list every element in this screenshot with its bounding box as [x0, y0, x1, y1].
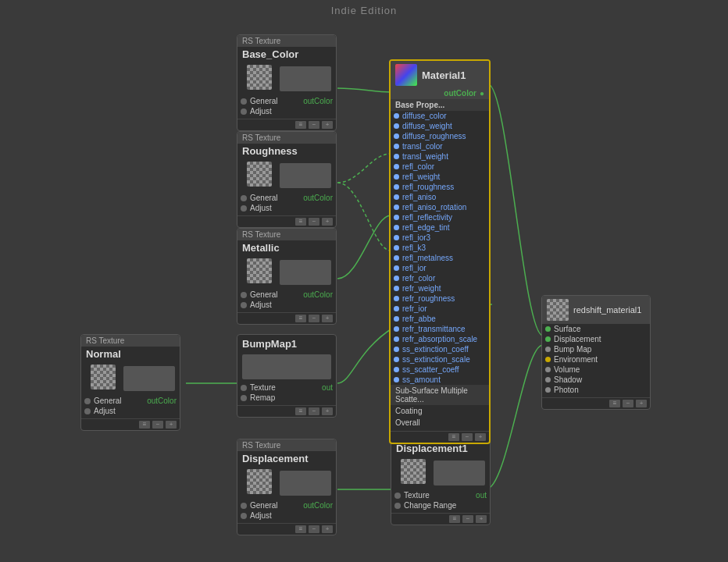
material1-port-refr-color[interactable]: refr_color	[391, 273, 489, 283]
metallic-btn1[interactable]: ≡	[295, 315, 306, 322]
displacement-tex-footer: ≡ − +	[237, 523, 336, 535]
displacement1-btn2[interactable]: −	[462, 515, 473, 523]
material1-port-ss-amount[interactable]: ss_amount	[391, 375, 489, 385]
material1-port-refl-roughness[interactable]: refl_roughness	[391, 182, 489, 192]
rs-mat-volume-dot	[545, 367, 551, 372]
rs-mat-surface-port[interactable]: Surface	[542, 324, 650, 334]
roughness-footer: ≡ − +	[237, 215, 336, 227]
rs-mat-bump-dot	[545, 347, 551, 352]
metallic-footer: ≡ − +	[237, 312, 336, 324]
material1-port-diffuse-color[interactable]: diffuse_color	[391, 111, 489, 121]
material1-port-refr-weight[interactable]: refr_weight	[391, 283, 489, 293]
material1-port-transl-weight[interactable]: transl_weight	[391, 151, 489, 162]
material1-port-refl-ior3[interactable]: refl_ior3	[391, 233, 489, 243]
normal-adjust-row: Adjust	[81, 406, 180, 416]
roughness-general-row: General outColor	[237, 193, 336, 203]
material1-port-refr-ior[interactable]: refr_ior	[391, 304, 489, 314]
displacement-tex-btn2[interactable]: −	[309, 525, 319, 533]
material1-port-refl-edge-tint[interactable]: refl_edge_tint	[391, 222, 489, 233]
normal-btn1[interactable]: ≡	[139, 421, 150, 429]
redshift-material1-node: redshift_material1 Surface Displacement …	[541, 295, 651, 410]
displacement-tex-btn1[interactable]: ≡	[295, 525, 306, 533]
rs-mat-shadow-port[interactable]: Shadow	[542, 375, 650, 385]
material1-port-ss-extinction-coeff[interactable]: ss_extinction_coeff	[391, 344, 489, 354]
normal-btn2[interactable]: −	[152, 421, 163, 429]
metallic-btn3[interactable]: +	[322, 315, 333, 322]
bumpmap1-remap-row: Remap	[237, 393, 336, 403]
bumpmap1-remap-port	[241, 395, 247, 401]
roughness-btn3[interactable]: +	[322, 218, 333, 226]
base-color-footer: ≡ − +	[237, 119, 336, 130]
material1-out-port[interactable]: outColor	[444, 89, 476, 98]
rs-mat-volume-port[interactable]: Volume	[542, 365, 650, 375]
material1-port-refl-aniso[interactable]: refl_aniso	[391, 192, 489, 202]
normal-footer: ≡ − +	[81, 418, 180, 430]
material1-port-ss-extinction-scale[interactable]: ss_extinction_scale	[391, 354, 489, 365]
rs-mat-btn1[interactable]: ≡	[609, 400, 620, 407]
material1-port-diffuse-roughness[interactable]: diffuse_roughness	[391, 131, 489, 141]
normal-node: RS Texture Normal General outColor Adjus…	[80, 334, 180, 431]
roughness-out-port[interactable]: outColor	[303, 194, 333, 202]
material1-port-refl-weight[interactable]: refl_weight	[391, 172, 489, 182]
bumpmap1-btn1[interactable]: ≡	[295, 407, 306, 415]
displacement1-node: Displacement1 Texture out Change Range ≡…	[391, 439, 491, 525]
material1-port-refl-reflectivity[interactable]: refl_reflectivity	[391, 212, 489, 222]
material1-port-refr-roughness[interactable]: refr_roughness	[391, 293, 489, 304]
material1-port-refl-ior[interactable]: refl_ior	[391, 263, 489, 273]
material1-btn3[interactable]: +	[475, 433, 486, 441]
bumpmap1-texture-row: Texture out	[237, 382, 336, 393]
material1-port-diffuse-weight[interactable]: diffuse_weight	[391, 121, 489, 131]
displacement1-out-port[interactable]: out	[476, 491, 487, 500]
metallic-general-row: General outColor	[237, 290, 336, 300]
roughness-btn1[interactable]: ≡	[295, 218, 306, 226]
material1-port-refr-abbe[interactable]: refr_abbe	[391, 314, 489, 324]
material1-port-refl-metalness[interactable]: refl_metalness	[391, 253, 489, 263]
material1-port-refl-aniso-rotation[interactable]: refl_aniso_rotation	[391, 202, 489, 212]
rs-mat-btn2[interactable]: −	[623, 400, 633, 407]
metallic-adjust-row: Adjust	[237, 300, 336, 310]
displacement-tex-node: RS Texture Displacement General outColor…	[237, 439, 337, 535]
bumpmap1-out-port[interactable]: out	[322, 383, 333, 392]
metallic-out-port[interactable]: outColor	[303, 290, 333, 299]
rs-mat-btn3[interactable]: +	[636, 400, 647, 407]
base-color-btn2[interactable]: −	[309, 121, 319, 129]
material1-btn1[interactable]: ≡	[448, 433, 459, 441]
base-color-node: RS Texture Base_Color General outColor A…	[237, 34, 337, 131]
bumpmap1-btn3[interactable]: +	[322, 407, 333, 415]
base-color-out-port[interactable]: outColor	[303, 97, 333, 105]
material1-port-transl-color[interactable]: transl_color	[391, 141, 489, 151]
metallic-adjust-port	[241, 302, 247, 308]
displacement1-footer: ≡ − +	[391, 513, 490, 525]
bumpmap1-btn2[interactable]: −	[309, 407, 319, 415]
material1-port-refr-absorption-scale[interactable]: refr_absorption_scale	[391, 334, 489, 344]
roughness-btn2[interactable]: −	[309, 218, 319, 226]
rs-mat-displacement-port[interactable]: Displacement	[542, 334, 650, 344]
base-color-btn3[interactable]: +	[322, 121, 333, 129]
rs-mat-environment-port[interactable]: Environment	[542, 354, 650, 365]
material1-header: Material1 outColor ●	[391, 61, 489, 99]
material1-btn2[interactable]: −	[462, 433, 473, 441]
rs-mat-photon-port[interactable]: Photon	[542, 385, 650, 395]
metallic-btn2[interactable]: −	[309, 315, 319, 322]
material1-port-refr-transmittance[interactable]: refr_transmittance	[391, 324, 489, 334]
metallic-general-port	[241, 292, 247, 298]
normal-btn3[interactable]: +	[166, 421, 177, 429]
normal-out-port[interactable]: outColor	[147, 397, 177, 405]
rs-mat-shadow-dot	[545, 377, 551, 382]
displacement1-texture-row: Texture out	[391, 490, 490, 500]
roughness-general-port	[241, 195, 247, 201]
base-color-btn1[interactable]: ≡	[295, 121, 306, 129]
roughness-icon	[247, 162, 272, 187]
metallic-icon	[247, 258, 272, 283]
bumpmap1-footer: ≡ − +	[237, 405, 336, 417]
material1-port-refl-color[interactable]: refl_color	[391, 162, 489, 172]
bumpmap1-node: BumpMap1 Texture out Remap ≡ − +	[237, 334, 337, 418]
material1-port-ss-scatter-coeff[interactable]: ss_scatter_coeff	[391, 365, 489, 375]
material1-port-refl-k3[interactable]: refl_k3	[391, 243, 489, 253]
displacement-tex-btn3[interactable]: +	[322, 525, 333, 533]
rs-mat-bump-port[interactable]: Bump Map	[542, 344, 650, 354]
displacement-tex-out-port[interactable]: outColor	[303, 501, 333, 510]
displacement1-btn1[interactable]: ≡	[449, 515, 460, 523]
displacement1-btn3[interactable]: +	[476, 515, 487, 523]
metallic-node: RS Texture Metallic General outColor Adj…	[237, 228, 337, 325]
